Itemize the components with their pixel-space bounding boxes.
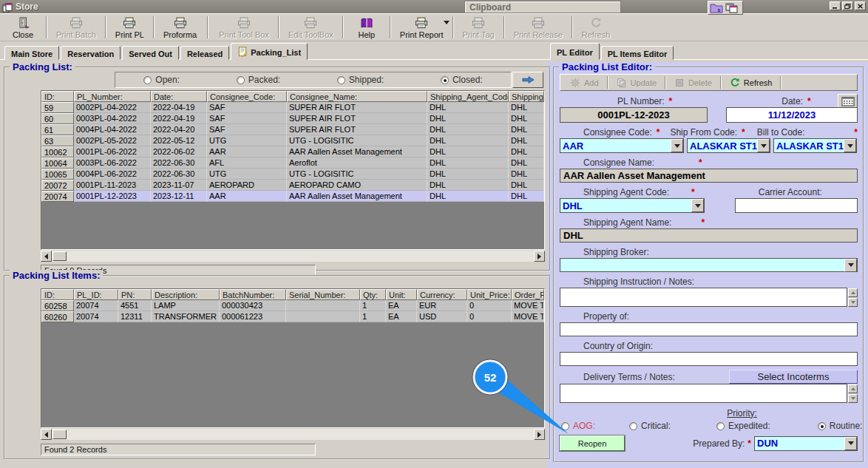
- date-field[interactable]: 11/12/2023: [726, 107, 858, 123]
- table-row[interactable]: 602602007412311TRANSFORMER0000612231EAUS…: [41, 311, 544, 322]
- consignee-code-combo[interactable]: AAR: [560, 138, 684, 153]
- column-header-batchnumber[interactable]: BatchNumber:: [220, 289, 286, 300]
- column-header-pl-number[interactable]: PL_Number:: [74, 91, 151, 102]
- scroll-left-button[interactable]: [41, 251, 52, 262]
- table-row[interactable]: 60258200744551LAMP0000304231EAEUR0MOVE T: [41, 300, 544, 311]
- radio-icon[interactable]: [441, 76, 449, 84]
- tab-pl-editor[interactable]: PL Editor: [550, 43, 600, 60]
- tab-released[interactable]: Released: [180, 46, 229, 60]
- column-header-pl-id[interactable]: PL_ID:: [74, 289, 118, 300]
- column-header-unit-price[interactable]: Unit_Price:: [467, 289, 512, 300]
- column-header-order-f[interactable]: Order_F: [512, 289, 544, 300]
- chevron-down-icon[interactable]: [844, 437, 857, 450]
- table-row[interactable]: 100640003PL-06-20222022-06-30AFLAeroflot…: [41, 157, 544, 169]
- column-header-unit[interactable]: Unit:: [386, 289, 417, 300]
- restore-button[interactable]: [842, 1, 853, 10]
- column-header-id[interactable]: ID:: [41, 91, 74, 102]
- table-row[interactable]: 200720001PL-11-20232023-11-07AEROPARDAER…: [41, 180, 544, 191]
- priority-option-critical[interactable]: Critical:: [629, 421, 671, 431]
- reopen-button[interactable]: Reopen: [560, 435, 625, 451]
- toolbar-button-close[interactable]: Close: [1, 14, 44, 41]
- items-hscrollbar[interactable]: [41, 429, 545, 440]
- table-cell: DHL: [427, 124, 509, 135]
- spin-down-icon[interactable]: [848, 394, 858, 403]
- filter-closed[interactable]: Closed:: [441, 75, 483, 85]
- chevron-down-icon[interactable]: [757, 139, 770, 152]
- column-header-shipping-agent-code[interactable]: Shipping_Agent_Code: [427, 91, 509, 102]
- chevron-down-icon[interactable]: [844, 259, 857, 272]
- scroll-right-button[interactable]: [534, 251, 545, 262]
- column-header-consignee-name[interactable]: Consignee_Name:: [287, 91, 427, 102]
- column-header-date[interactable]: Date:: [151, 91, 207, 102]
- prepared-by-combo[interactable]: DUN: [754, 436, 858, 451]
- column-header-shipping-agen[interactable]: Shipping_Agen: [509, 91, 544, 102]
- table-row[interactable]: 600003PL-04-20222022-04-19SAFSUPER AIR F…: [41, 113, 544, 124]
- column-header-description[interactable]: Description:: [152, 289, 220, 300]
- scroll-thumb[interactable]: [52, 430, 67, 439]
- calendar-button[interactable]: [838, 94, 858, 109]
- column-header-currency[interactable]: Currency:: [417, 289, 467, 300]
- radio-icon[interactable]: [561, 422, 569, 430]
- carrier-account-field[interactable]: [735, 198, 858, 213]
- radio-icon[interactable]: [818, 422, 826, 430]
- filter-open[interactable]: Open:: [143, 75, 180, 85]
- ship-from-code-combo[interactable]: ALASKAR ST1: [687, 138, 770, 153]
- country-of-origin-field[interactable]: [560, 352, 858, 366]
- spin-up-icon[interactable]: [848, 384, 858, 393]
- chevron-down-icon[interactable]: [691, 199, 704, 212]
- column-header-qty[interactable]: Qty:: [360, 289, 386, 300]
- table-row[interactable]: 200740001PL-12-20232023-12-11AARAAR Aall…: [41, 191, 544, 202]
- table-row[interactable]: 100620001PL-06-20222022-06-02AARAAR Aall…: [41, 146, 544, 157]
- column-header-serial-number[interactable]: Serial_Number:: [286, 289, 360, 300]
- table-row[interactable]: 590002PL-04-20222022-04-19SAFSUPER AIR F…: [41, 102, 544, 113]
- select-incoterms-button[interactable]: Select Incoterms: [729, 370, 858, 384]
- dropdown-arrow-icon[interactable]: [444, 21, 450, 24]
- table-row[interactable]: 100650004PL-06-20222022-06-30UTGUTG - LO…: [41, 169, 544, 180]
- chevron-down-icon[interactable]: [844, 139, 856, 152]
- delivery-terms-textarea[interactable]: [560, 384, 847, 403]
- filter-packed[interactable]: Packed:: [237, 75, 280, 85]
- tab-served-out[interactable]: Served Out: [122, 46, 179, 60]
- property-of-field[interactable]: [560, 322, 858, 336]
- priority-option-aog[interactable]: AOG:: [561, 421, 595, 431]
- radio-icon[interactable]: [143, 76, 152, 84]
- column-header-pn[interactable]: PN:: [118, 289, 152, 300]
- toolbar-button-help[interactable]: Help: [345, 14, 388, 41]
- go-arrow-button[interactable]: [512, 72, 543, 88]
- column-header-id[interactable]: ID:: [41, 289, 74, 300]
- filter-shipped[interactable]: Shipped:: [337, 75, 384, 85]
- shipping-agent-code-label: Shipping Agent Code:: [583, 187, 669, 197]
- priority-option-expedited[interactable]: Expedited:: [716, 421, 770, 431]
- toolbar-button-print-report[interactable]: Print Report: [393, 14, 451, 41]
- tab-reservation[interactable]: Reservation: [61, 46, 121, 60]
- tab-main-store[interactable]: Main Store: [4, 46, 59, 60]
- window-layers-icon[interactable]: [725, 2, 738, 13]
- bill-to-code-combo[interactable]: ALASKAR ST1: [773, 138, 857, 153]
- close-window-button[interactable]: [855, 1, 866, 10]
- radio-icon[interactable]: [337, 76, 345, 84]
- toolbar-button-print-pl[interactable]: Print PL: [108, 14, 152, 41]
- tab-pl-items-editor[interactable]: PL Items Editor: [601, 46, 674, 60]
- scroll-left-button[interactable]: [41, 429, 52, 440]
- shipping-instruction-textarea[interactable]: [560, 288, 847, 307]
- priority-option-routine[interactable]: Routine:: [818, 421, 863, 431]
- table-row[interactable]: 610004PL-04-20222022-04-20SAFSUPER AIR F…: [41, 124, 544, 135]
- spin-up-icon[interactable]: [848, 288, 858, 297]
- radio-icon[interactable]: [629, 422, 637, 430]
- shipping-broker-combo[interactable]: [560, 258, 858, 272]
- scroll-right-button[interactable]: [534, 429, 545, 440]
- radio-icon[interactable]: [237, 76, 245, 84]
- radio-icon[interactable]: [716, 422, 725, 430]
- editor-button-refresh[interactable]: Refresh: [723, 77, 779, 89]
- spin-down-icon[interactable]: [848, 298, 858, 307]
- shipping-agent-code-combo[interactable]: DHL: [560, 198, 705, 213]
- chevron-down-icon[interactable]: [671, 139, 683, 152]
- toolbar-button-proforma[interactable]: Proforma: [156, 14, 204, 41]
- tab-packing-list[interactable]: Packing_List: [231, 43, 308, 60]
- packing-list-hscrollbar[interactable]: [41, 251, 545, 262]
- folder-s-icon[interactable]: s: [710, 2, 723, 13]
- table-row[interactable]: 630002PL-05-20222022-05-12UTGUTG - LOGIS…: [41, 135, 544, 146]
- scroll-thumb[interactable]: [52, 251, 67, 261]
- minimize-button[interactable]: [830, 1, 841, 10]
- column-header-consignee-code[interactable]: Consignee_Code:: [207, 91, 287, 102]
